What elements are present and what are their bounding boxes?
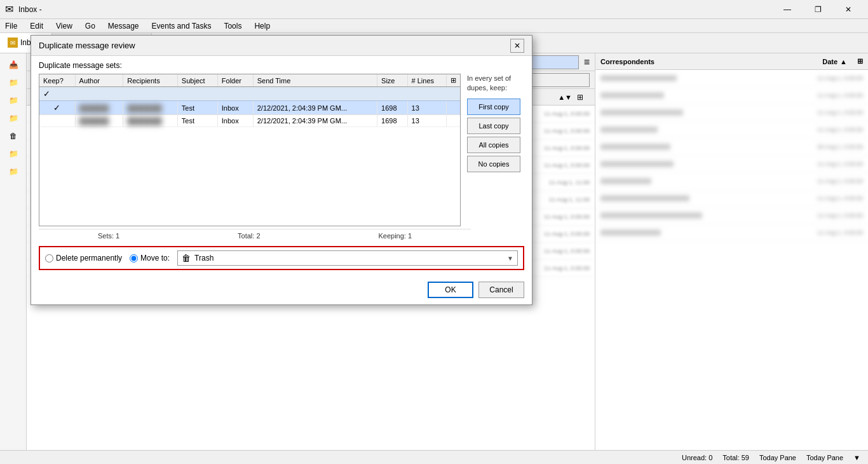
menu-tools[interactable]: Tools <box>221 20 244 32</box>
table-row[interactable]: ✓ ██████ ███████ Test Inbox 2/12/2021, 2… <box>39 101 460 115</box>
table-header: Keep? Author Recipients Subject Folder S… <box>39 74 460 87</box>
stats-row: Sets: 1 Total: 2 Keeping: 1 <box>39 229 471 242</box>
right-rows: 11-Aug-1, 0:00:00 11-Aug-1, 0:00:00 11-A… <box>595 70 868 242</box>
today-pane-button[interactable]: Today Pane <box>759 454 796 461</box>
sidebar-folder5[interactable]: 📁 <box>0 163 27 181</box>
first-copy-button[interactable]: First copy <box>467 99 520 115</box>
dialog-content: Keep? Author Recipients Subject Folder S… <box>39 74 524 226</box>
all-copies-button[interactable]: All copies <box>467 137 520 153</box>
delete-radio-group: Delete permanently <box>45 254 122 263</box>
col-header-folder: Folder <box>217 74 253 87</box>
sidebar: 📥 📁 📁 📁 🗑 📁 📁 <box>0 53 27 450</box>
cell-keep-2 <box>39 115 75 127</box>
table-row[interactable]: ██████ ███████ Test Inbox 2/12/2021, 2:0… <box>39 115 460 127</box>
cell-subject-1: Test <box>177 101 217 115</box>
cell-sendtime-2: 2/12/2021, 2:04:39 PM GM... <box>253 115 377 127</box>
right-panel-label: In every set of dupes, keep: <box>467 74 524 93</box>
duplicate-table: Keep? Author Recipients Subject Folder S… <box>39 74 460 127</box>
stat-sets: Sets: 1 <box>98 232 119 240</box>
last-copy-button[interactable]: Last copy <box>467 118 520 134</box>
delete-permanently-radio[interactable] <box>45 254 53 263</box>
cell-folder-1: Inbox <box>217 101 253 115</box>
col-header-sendtime: Send Time <box>253 74 377 87</box>
trash-icon: 🗑 <box>182 253 191 263</box>
sidebar-folder4[interactable]: 📁 <box>0 145 27 163</box>
menu-edit[interactable]: Edit <box>27 20 46 32</box>
menu-file[interactable]: File <box>3 20 20 32</box>
cell-author-1: ██████ <box>75 101 123 115</box>
stat-total: Total: 2 <box>238 232 260 240</box>
menu-events[interactable]: Events and Tasks <box>149 20 214 32</box>
cell-recipients-2: ███████ <box>123 115 178 127</box>
dialog-title: Duplicate message review <box>39 41 135 50</box>
dialog-close-button[interactable]: ✕ <box>510 39 524 53</box>
dialog-titlebar: Duplicate message review ✕ <box>31 36 532 56</box>
sort-arrow: ▲▼ <box>558 93 572 101</box>
right-panel-header: Correspondents Date ▲ ⊞ <box>595 53 868 70</box>
move-to-radio-group: Move to: <box>130 254 170 263</box>
col-correspondents-header: Correspondents <box>600 58 654 65</box>
sidebar-folder2[interactable]: 📁 <box>0 92 27 109</box>
status-bar: Unread: 0 Total: 59 Today Pane Today Pan… <box>0 450 868 464</box>
menu-go[interactable]: Go <box>83 20 98 32</box>
col-header-keep: Keep? <box>39 74 75 87</box>
col-header-author: Author <box>75 74 123 87</box>
menu-bar: File Edit View Go Message Events and Tas… <box>0 19 868 33</box>
cell-subject-2: Test <box>177 115 217 127</box>
cell-recipients-1: ███████ <box>123 101 178 115</box>
inbox-icon: ✉ <box>8 38 18 48</box>
move-to-radio[interactable] <box>130 254 138 263</box>
app-title: Inbox - <box>18 5 773 14</box>
delete-permanently-label[interactable]: Delete permanently <box>56 254 122 263</box>
cell-keep: ✓ <box>39 101 75 115</box>
col-header-recipients: Recipients <box>123 74 178 87</box>
dialog-body: Duplicate message sets: Keep? Author Rec… <box>31 56 532 279</box>
right-keep-panel: In every set of dupes, keep: First copy … <box>467 74 524 226</box>
sidebar-folder3[interactable]: 📁 <box>0 109 27 127</box>
move-to-label[interactable]: Move to: <box>140 254 170 263</box>
cell-size-1: 1698 <box>377 101 407 115</box>
dialog-footer: OK Cancel <box>31 279 532 304</box>
expand-icon: ⊞ <box>857 57 863 65</box>
col-header-size: Size <box>377 74 407 87</box>
duplicate-table-container: Keep? Author Recipients Subject Folder S… <box>39 74 461 226</box>
col-expand: ⊞ <box>577 93 590 102</box>
sort-arrow-icon: ▲ <box>840 58 847 65</box>
folder-name: Trash <box>194 254 214 263</box>
today-pane-label: Today Pane <box>806 454 843 461</box>
cell-author-2: ██████ <box>75 115 123 127</box>
app-icon: ✉ <box>5 3 13 15</box>
hamburger-menu[interactable]: ≡ <box>584 57 590 68</box>
folder-select[interactable]: 🗑 Trash ▼ <box>177 250 518 266</box>
folder-select-content: 🗑 Trash <box>182 253 214 263</box>
right-panel: Correspondents Date ▲ ⊞ 11-Aug-1, 0:00:0… <box>595 53 868 450</box>
maximize-button[interactable]: ❐ <box>803 0 832 19</box>
group-expand-icon: ✓ <box>43 89 50 99</box>
col-header-lines: # Lines <box>407 74 446 87</box>
stat-keeping: Keeping: 1 <box>378 232 412 240</box>
col-header-expand: ⊞ <box>447 74 461 87</box>
no-copies-button[interactable]: No copies <box>467 156 520 172</box>
sidebar-inbox[interactable]: 📥 <box>0 56 27 74</box>
sidebar-folder1[interactable]: 📁 <box>0 74 27 92</box>
cell-sendtime-1: 2/12/2021, 2:04:39 PM GM... <box>253 101 377 115</box>
sidebar-delete[interactable]: 🗑 <box>0 127 27 145</box>
minimize-button[interactable]: — <box>773 0 802 19</box>
ok-button[interactable]: OK <box>428 282 473 298</box>
cancel-button[interactable]: Cancel <box>478 282 524 298</box>
menu-help[interactable]: Help <box>252 20 273 32</box>
title-bar: ✉ Inbox - — ❐ ✕ <box>0 0 868 19</box>
section-label: Duplicate message sets: <box>39 61 524 70</box>
cell-extra-1 <box>447 101 461 115</box>
close-window-button[interactable]: ✕ <box>834 0 863 19</box>
menu-view[interactable]: View <box>53 20 75 32</box>
cell-size-2: 1698 <box>377 115 407 127</box>
cell-lines-2: 13 <box>407 115 446 127</box>
date-header: Date ▲ <box>822 58 847 65</box>
table-body: ✓ ✓ ██████ ███████ Test Inbox 2/12/2021,… <box>39 87 460 127</box>
cell-lines-1: 13 <box>407 101 446 115</box>
window-controls: — ❐ ✕ <box>773 0 863 19</box>
menu-message[interactable]: Message <box>105 20 142 32</box>
dialog: Duplicate message review ✕ Duplicate mes… <box>31 35 532 305</box>
unread-count: Unread: 0 <box>682 454 712 461</box>
